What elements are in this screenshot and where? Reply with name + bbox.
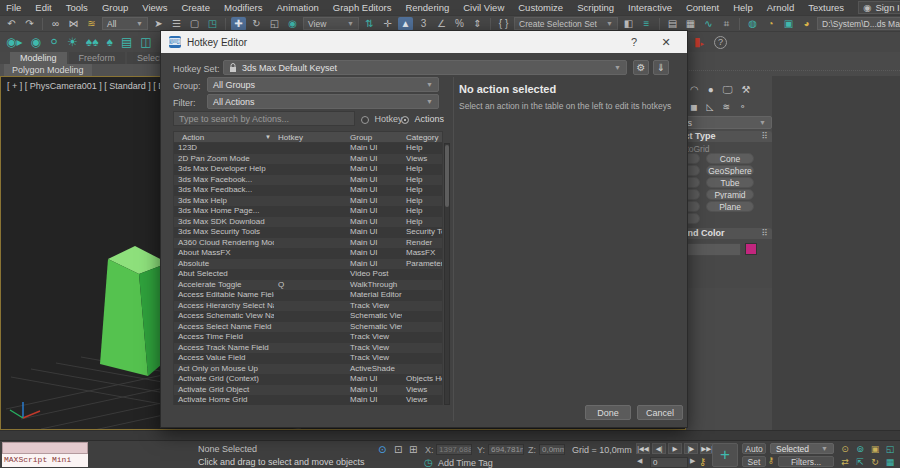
- move-icon[interactable]: ✚: [231, 17, 246, 31]
- maximize-viewport-icon[interactable]: ▦: [883, 456, 897, 468]
- table-row[interactable]: Access Select Name FieldSchematic View: [174, 322, 442, 333]
- light-icon[interactable]: ⚪: [49, 35, 59, 49]
- spinner-snap-icon[interactable]: ⇕: [470, 17, 485, 31]
- civilview-camera-icon[interactable]: ◉: [31, 35, 41, 49]
- menu-item-create[interactable]: Create: [181, 2, 210, 13]
- table-row[interactable]: Access Schematic View Name FieldSchemati…: [174, 311, 442, 322]
- menu-item-content[interactable]: Content: [686, 2, 719, 13]
- create-tab-icon[interactable]: ◠: [690, 84, 699, 96]
- isolate-selection-icon[interactable]: ⊙: [378, 444, 386, 455]
- panel-a-icon[interactable]: ▤: [121, 35, 132, 49]
- radio-actions[interactable]: Actions: [401, 114, 444, 124]
- table-row[interactable]: Accelerate ToggleQWalkThrough: [174, 280, 442, 291]
- cancel-button[interactable]: Cancel: [637, 405, 683, 420]
- z-coordinate-field[interactable]: 0,0mm: [539, 444, 565, 455]
- zoom-region-icon[interactable]: ◱: [883, 443, 897, 455]
- table-row[interactable]: Access Track Name FieldTrack View: [174, 343, 442, 354]
- rect-selection-region-icon[interactable]: ▢: [187, 17, 202, 31]
- menu-item-textures[interactable]: Textures: [808, 2, 844, 13]
- project-folder-dropdown[interactable]: D:\System\D...ds Max 2021▼: [817, 17, 900, 30]
- menu-item-rendering[interactable]: Rendering: [405, 2, 449, 13]
- table-row[interactable]: Activate Grid ObjectMain UIViews: [174, 385, 442, 396]
- zoom-extents-icon[interactable]: ▣: [868, 443, 882, 455]
- table-row[interactable]: Access Hierarchy Select Name FieldTrack …: [174, 301, 442, 312]
- dialog-close-button[interactable]: ✕: [653, 36, 679, 49]
- tab-polygon-modeling[interactable]: Polygon Modeling: [4, 64, 92, 76]
- maxscript-pink-field[interactable]: [2, 442, 88, 454]
- schematic-view-icon[interactable]: ⌗: [719, 17, 734, 31]
- table-row[interactable]: 3ds Max Developer HelpMain UIHelp: [174, 164, 442, 175]
- pan-icon[interactable]: ⇄: [838, 456, 852, 468]
- object-color-swatch[interactable]: [745, 243, 757, 255]
- menu-item-civil-view[interactable]: Civil View: [463, 2, 504, 13]
- help-circle-icon[interactable]: ?: [714, 36, 727, 49]
- table-row[interactable]: AbsoluteMain UIParameter C...: [174, 259, 442, 270]
- table-row[interactable]: 3ds Max Security ToolsMain UISecurity To…: [174, 227, 442, 238]
- layer-manager-icon[interactable]: ▤: [665, 17, 680, 31]
- primitive-button-cone[interactable]: Cone: [706, 153, 754, 164]
- next-frame-button[interactable]: |▶: [684, 443, 698, 454]
- go-to-start-button[interactable]: |◀◀: [636, 443, 650, 454]
- tree-icon[interactable]: ♠: [107, 35, 113, 49]
- primitive-button-plane[interactable]: Plane: [706, 201, 754, 212]
- menu-item-help[interactable]: Help: [733, 2, 753, 13]
- scrollbar-thumb[interactable]: [445, 145, 449, 207]
- orbit-icon[interactable]: ↻: [868, 456, 882, 468]
- sun-icon[interactable]: ☀: [67, 35, 78, 49]
- snap-toggle-3d-icon[interactable]: 3: [416, 17, 431, 31]
- selection-lock-icon[interactable]: ⊡: [394, 444, 402, 455]
- table-row[interactable]: Abut SelectedVideo Post: [174, 269, 442, 280]
- table-row[interactable]: 3ds Max Home Page...Main UIHelp: [174, 206, 442, 217]
- table-row[interactable]: Access Editable Name FieldMaterial Edito…: [174, 290, 442, 301]
- frame-spinner-left-icon[interactable]: ◀: [637, 457, 642, 465]
- set-key-button[interactable]: Set K.: [742, 456, 766, 467]
- utilities-tab-icon[interactable]: ⚒: [741, 84, 750, 96]
- y-coordinate-field[interactable]: 694,781mm: [488, 444, 524, 455]
- table-row[interactable]: 3ds Max HelpMain UIHelp: [174, 196, 442, 207]
- menu-item-animation[interactable]: Animation: [277, 2, 319, 13]
- hotkey-set-dropdown[interactable]: 3ds Max Default Keyset ▼: [223, 60, 627, 75]
- menu-item-group[interactable]: Group: [102, 2, 128, 13]
- table-row[interactable]: Act Only on Mouse UpActiveShade: [174, 364, 442, 375]
- redo-icon[interactable]: ↷: [22, 17, 37, 31]
- bind-to-spacewarp-icon[interactable]: ≋: [84, 17, 99, 31]
- percent-snap-icon[interactable]: %: [452, 17, 467, 31]
- window-crossing-icon[interactable]: ◳: [205, 17, 220, 31]
- key-mode-icon[interactable]: ⚷: [699, 456, 706, 467]
- render-setup-icon[interactable]: ◔: [763, 17, 778, 31]
- table-scrollbar[interactable]: [444, 143, 450, 405]
- table-row[interactable]: A360 Cloud Rendering ModeMain UIRender: [174, 238, 442, 249]
- primitive-button-geosphere[interactable]: GeoSphere: [706, 165, 754, 176]
- select-by-name-icon[interactable]: ☰: [169, 17, 184, 31]
- table-row[interactable]: About MassFXMain UIMassFX: [174, 248, 442, 259]
- trees-icon[interactable]: ♠♠: [86, 35, 99, 49]
- shapes-icon[interactable]: ◺: [706, 102, 713, 112]
- select-object-icon[interactable]: ➤: [151, 17, 166, 31]
- menu-item-arnold[interactable]: Arnold: [767, 2, 794, 13]
- spacewarps-icon[interactable]: ≋: [722, 102, 730, 112]
- curve-editor-icon[interactable]: ∿: [701, 17, 716, 31]
- table-row[interactable]: 3ds Max SDK DownloadMain UIHelp: [174, 217, 442, 228]
- sign-in-dropdown[interactable]: ◉ Sign In ▼: [858, 1, 900, 14]
- add-time-tag[interactable]: Add Time Tag: [438, 458, 493, 468]
- table-row[interactable]: Activate Grid (Context)Main UIObjects He…: [174, 374, 442, 385]
- primitive-button-tube[interactable]: Tube: [706, 177, 754, 188]
- filters-button[interactable]: Filters...: [778, 456, 834, 467]
- table-row[interactable]: 123DMain UIHelp: [174, 143, 442, 154]
- table-row[interactable]: 2D Pan Zoom ModeMain UIViews: [174, 154, 442, 165]
- search-input[interactable]: Type to search by Actions...: [173, 111, 355, 126]
- scale-icon[interactable]: ◱: [267, 17, 282, 31]
- tab-freeform[interactable]: Freeform: [69, 52, 126, 64]
- select-place-icon[interactable]: ◉: [285, 17, 300, 31]
- edit-named-selections-icon[interactable]: { }: [496, 17, 511, 31]
- undo-icon[interactable]: ↶: [4, 17, 19, 31]
- dialog-title-bar[interactable]: ⌨ Hotkey Editor ? ✕: [161, 31, 687, 53]
- selected-keyset-dropdown[interactable]: Selected ▼: [770, 443, 834, 454]
- current-frame-field[interactable]: 0: [650, 457, 688, 468]
- dialog-help-button[interactable]: ?: [621, 36, 647, 48]
- frame-spinner-right-icon[interactable]: ▶: [690, 457, 695, 465]
- play-button[interactable]: ▶: [668, 443, 682, 454]
- helpers-icon[interactable]: ⚬: [739, 102, 747, 112]
- walk-through-icon[interactable]: ⇱: [853, 456, 867, 468]
- hotkey-settings-button[interactable]: ⚙: [633, 60, 649, 75]
